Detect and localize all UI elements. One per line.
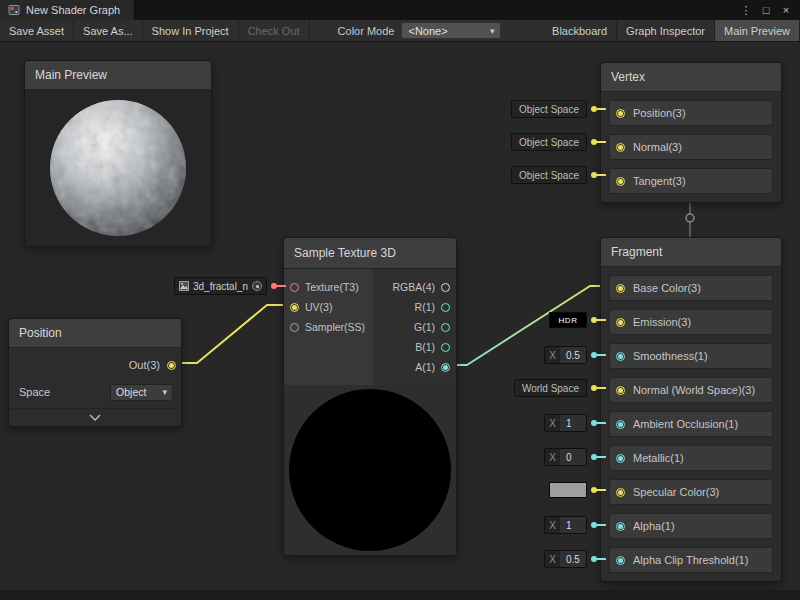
float-field-axis-label: X	[545, 347, 560, 363]
input-uv[interactable]: UV(3)	[290, 297, 373, 317]
float-field[interactable]: X 1	[544, 414, 587, 432]
port-label: UV(3)	[305, 301, 332, 313]
graph-inspector-toggle-button[interactable]: Graph Inspector	[617, 20, 715, 41]
input-texture[interactable]: Texture(T3)	[290, 277, 373, 297]
float-field-value[interactable]: 1	[560, 415, 586, 431]
binding-wire-stub	[597, 558, 606, 560]
hdr-color-swatch[interactable]: HDR	[549, 312, 587, 328]
alpha-clip-threshold-value-field: X 0.5	[544, 550, 606, 568]
show-in-project-button[interactable]: Show In Project	[143, 20, 239, 41]
normal-input-port[interactable]	[616, 143, 625, 152]
vertex-node-title[interactable]: Vertex	[601, 63, 781, 92]
output-r[interactable]: R(1)	[415, 297, 450, 317]
chevron-down-icon: ▾	[162, 387, 167, 397]
vertex-row-position[interactable]: Position(3)	[609, 100, 773, 126]
fragment-row-specular-color[interactable]: Specular Color(3)	[609, 479, 773, 505]
position-node[interactable]: Position Out(3) Space Object ▾	[8, 318, 182, 427]
binding-wire-stub	[277, 285, 286, 287]
space-binding-pill[interactable]: Object Space	[511, 166, 587, 184]
float-field-value[interactable]: 0	[560, 449, 586, 465]
texture-input-port[interactable]	[290, 283, 299, 292]
sample-node-title[interactable]: Sample Texture 3D	[284, 238, 456, 269]
metallic-input-port[interactable]	[616, 454, 625, 463]
float-field[interactable]: X 0.5	[544, 550, 587, 568]
output-rgba[interactable]: RGBA(4)	[392, 277, 450, 297]
output-a[interactable]: A(1)	[415, 357, 450, 377]
specular-color-input-port[interactable]	[616, 488, 625, 497]
output-b[interactable]: B(1)	[415, 337, 450, 357]
save-as-button[interactable]: Save As...	[74, 20, 143, 41]
a-output-port[interactable]	[441, 363, 450, 372]
position-out-row[interactable]: Out(3)	[9, 352, 181, 378]
smoothness-input-port[interactable]	[616, 352, 625, 361]
base-color-input-port[interactable]	[616, 284, 625, 293]
binding-wire-stub	[597, 387, 606, 389]
binding-wire-stub	[597, 524, 606, 526]
g-output-port[interactable]	[441, 323, 450, 332]
shader-graph-toolbar: Save Asset Save As... Show In Project Ch…	[0, 20, 800, 42]
b-output-port[interactable]	[441, 343, 450, 352]
normal-world-input-port[interactable]	[616, 386, 625, 395]
edge-position-out-to-uv[interactable]	[170, 305, 292, 363]
fragment-row-base-color[interactable]: Base Color(3)	[609, 275, 773, 301]
float-field[interactable]: X 0	[544, 448, 587, 466]
main-preview-title[interactable]: Main Preview	[25, 61, 211, 90]
output-g[interactable]: G(1)	[414, 317, 450, 337]
vertex-row-normal[interactable]: Normal(3)	[609, 134, 773, 160]
blackboard-toggle-button[interactable]: Blackboard	[543, 20, 617, 41]
space-binding-pill[interactable]: Object Space	[511, 100, 587, 118]
fragment-row-normal-world[interactable]: Normal (World Space)(3)	[609, 377, 773, 403]
sampler-input-port[interactable]	[290, 323, 299, 332]
float-field-value[interactable]: 0.5	[560, 347, 586, 363]
float-field[interactable]: X 0.5	[544, 346, 587, 364]
fragment-row-ambient-occlusion[interactable]: Ambient Occlusion(1)	[609, 411, 773, 437]
object-picker-icon[interactable]	[252, 281, 262, 291]
save-asset-button[interactable]: Save Asset	[0, 20, 74, 41]
port-label: Specular Color(3)	[633, 486, 719, 498]
texture-object-field[interactable]: 3d_fractal_n	[174, 277, 267, 295]
graph-canvas[interactable]: Main Preview	[0, 42, 800, 600]
tangent-input-port[interactable]	[616, 177, 625, 186]
fragment-node[interactable]: Fragment Base Color(3) Emission(3) Smoot…	[600, 237, 782, 582]
space-binding-pill[interactable]: World Space	[514, 379, 587, 397]
position-node-title[interactable]: Position	[9, 319, 181, 348]
vertex-node[interactable]: Vertex Position(3) Normal(3) Tangent(3)	[600, 62, 782, 203]
fragment-row-alpha-clip-threshold[interactable]: Alpha Clip Threshold(1)	[609, 547, 773, 573]
input-sampler[interactable]: Sampler(SS)	[290, 317, 373, 337]
fragment-node-title[interactable]: Fragment	[601, 238, 781, 267]
float-field-value[interactable]: 0.5	[560, 551, 586, 567]
fragment-row-smoothness[interactable]: Smoothness(1)	[609, 343, 773, 369]
binding-wire-stub	[597, 422, 606, 424]
ambient-occlusion-value-field: X 1	[544, 414, 606, 432]
ambient-occlusion-input-port[interactable]	[616, 420, 625, 429]
close-icon[interactable]: ×	[776, 1, 796, 19]
position-input-port[interactable]	[616, 109, 625, 118]
color-mode-dropdown[interactable]: <None> ▾	[401, 22, 501, 39]
maximize-icon[interactable]: □	[756, 1, 776, 19]
out-output-port[interactable]	[167, 361, 176, 370]
fragment-row-alpha[interactable]: Alpha(1)	[609, 513, 773, 539]
normal-space-binding: World Space	[514, 379, 606, 397]
color-swatch[interactable]	[549, 482, 587, 498]
menu-icon[interactable]: ⋮	[736, 1, 756, 19]
fragment-row-emission[interactable]: Emission(3)	[609, 309, 773, 335]
main-preview-toggle-button[interactable]: Main Preview	[715, 20, 800, 41]
emission-input-port[interactable]	[616, 318, 625, 327]
space-dropdown[interactable]: Object ▾	[110, 384, 173, 401]
vertex-row-tangent[interactable]: Tangent(3)	[609, 168, 773, 194]
alpha-clip-threshold-input-port[interactable]	[616, 556, 625, 565]
fragment-row-metallic[interactable]: Metallic(1)	[609, 445, 773, 471]
alpha-input-port[interactable]	[616, 522, 625, 531]
node-collapse-expander[interactable]	[9, 408, 181, 426]
r-output-port[interactable]	[441, 303, 450, 312]
tab-shader-graph[interactable]: New Shader Graph	[0, 0, 135, 20]
specular-color-control	[549, 482, 606, 498]
rgba-output-port[interactable]	[441, 283, 450, 292]
uv-input-port[interactable]	[290, 303, 299, 312]
sample-texture-3d-node[interactable]: Sample Texture 3D Texture(T3) UV(3) Samp…	[283, 237, 457, 556]
space-binding-pill[interactable]: Object Space	[511, 133, 587, 151]
main-preview-panel[interactable]: Main Preview	[24, 60, 212, 247]
float-field[interactable]: X 1	[544, 516, 587, 534]
float-field-value[interactable]: 1	[560, 517, 586, 533]
texture-object-field-wrap: 3d_fractal_n	[174, 277, 286, 295]
